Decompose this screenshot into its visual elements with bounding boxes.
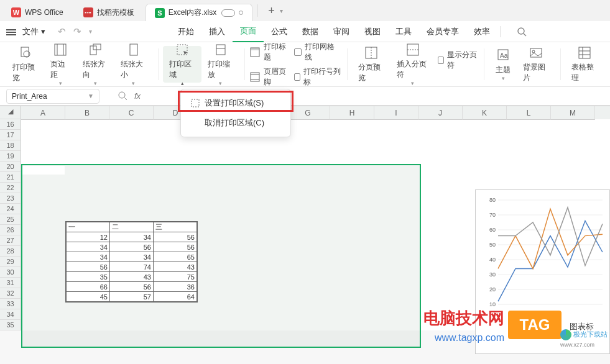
col-header[interactable]: J [418, 106, 463, 120]
row-header[interactable]: 21 [0, 172, 21, 183]
tab-formula[interactable]: 公式 [264, 21, 295, 42]
tab-page[interactable]: 页面 [233, 21, 264, 42]
template-icon: ᠁ [83, 7, 93, 17]
ribbon-sep5 [560, 48, 561, 80]
col-header[interactable]: A [21, 106, 65, 120]
file-tab[interactable]: S Excel内容.xlsx [146, 4, 252, 21]
set-print-area-label: 设置打印区域(S) [205, 98, 264, 109]
col-header[interactable]: B [65, 106, 109, 120]
tab-data[interactable]: 数据 [295, 21, 326, 42]
column-headers[interactable]: ABCDEFGHIJKLM [21, 106, 610, 119]
row-header[interactable]: 25 [0, 214, 21, 225]
show-break-checkbox[interactable]: 显示分页符 [438, 50, 479, 71]
tag-badge: TAG [508, 311, 561, 339]
tab-view[interactable]: 视图 [357, 21, 388, 42]
ribbon-sep [158, 48, 159, 80]
print-titles-button[interactable]: 打印标题 [250, 42, 287, 63]
window-dot-icon [239, 11, 243, 15]
data-table: 一二三1234563456563434655674433543756656364… [65, 221, 198, 303]
menu-tabs: 开始 插入 页面 公式 数据 审阅 视图 工具 会员专享 效率 [170, 21, 534, 42]
row-header[interactable]: 17 [0, 130, 21, 140]
col-header[interactable]: K [463, 106, 507, 120]
tab-start[interactable]: 开始 [170, 21, 201, 42]
file-label: 文件 [22, 26, 39, 37]
print-area-button[interactable]: 打印区域▴ [163, 46, 201, 83]
new-tab-button[interactable]: + [263, 4, 280, 17]
theme-button[interactable]: Aa 主题▾ [489, 46, 517, 83]
zoom-icon[interactable] [118, 91, 128, 101]
set-print-area-item[interactable]: 设置打印区域(S) [181, 93, 290, 113]
col-header[interactable]: M [551, 106, 595, 120]
row-header[interactable]: 19 [0, 151, 21, 162]
col-header[interactable]: C [109, 106, 154, 120]
search-button[interactable] [509, 21, 534, 42]
col-header[interactable]: G [286, 106, 330, 120]
row-headers[interactable]: ◢ 16171819202122232425262728293031323334… [0, 106, 21, 330]
row-header[interactable]: 35 [0, 320, 21, 330]
app-tab[interactable]: W WPS Office [2, 4, 72, 21]
col-header[interactable]: L [507, 106, 551, 120]
tab-member[interactable]: 会员专享 [419, 21, 466, 42]
paper-size-label: 纸张大小 [121, 59, 146, 80]
margins-button[interactable]: 页边距▾ [44, 46, 76, 83]
row-header[interactable]: 30 [0, 267, 21, 278]
rowcol-checkbox[interactable]: 打印行号列标 [294, 66, 342, 88]
row-header[interactable]: 32 [0, 288, 21, 299]
row-header[interactable]: 29 [0, 257, 21, 267]
insert-break-label: 插入分页符 [397, 59, 429, 80]
insert-break-button[interactable]: 插入分页符▾ [390, 46, 435, 83]
row-header[interactable]: 26 [0, 225, 21, 235]
row-header[interactable]: 34 [0, 309, 21, 320]
row-header[interactable]: 23 [0, 193, 21, 204]
paper-size-button[interactable]: 纸张大小▾ [114, 46, 152, 83]
print-preview-button[interactable]: 打印预览 [6, 46, 44, 83]
svg-text:50: 50 [489, 242, 496, 248]
redo-button[interactable]: ↷ [73, 26, 81, 37]
bg-image-button[interactable]: 背景图片 [517, 46, 555, 83]
tab-insert[interactable]: 插入 [201, 21, 233, 42]
history-dropdown-icon[interactable]: ▾ [89, 28, 92, 35]
row-header[interactable]: 31 [0, 278, 21, 288]
tab-review[interactable]: 审阅 [326, 21, 357, 42]
chevron-down-icon: ▾ [41, 27, 45, 36]
svg-text:Aa: Aa [500, 52, 508, 59]
col-header[interactable]: I [374, 106, 418, 120]
insert-break-icon [405, 43, 420, 57]
row-header[interactable]: 24 [0, 204, 21, 214]
row-header[interactable]: 27 [0, 235, 21, 246]
file-menu[interactable]: 文件 ▾ [22, 26, 45, 37]
row-header[interactable]: 16 [0, 119, 21, 130]
app-name: WPS Office [25, 8, 63, 17]
tab-efficiency[interactable]: 效率 [466, 21, 497, 42]
watermark-text: 电脑技术网 [423, 307, 504, 329]
fx-label[interactable]: fx [134, 91, 141, 101]
undo-button[interactable]: ↶ [58, 26, 66, 37]
template-tab[interactable]: ᠁ 找稻壳模板 [75, 4, 143, 21]
col-header[interactable]: H [330, 106, 374, 120]
window-pill-icon [221, 9, 235, 17]
file-tab-label: Excel内容.xlsx [169, 7, 216, 18]
table-tidy-button[interactable]: 表格整理 [565, 46, 603, 83]
tab-tools[interactable]: 工具 [388, 21, 419, 42]
margins-icon [53, 43, 68, 57]
row-header[interactable]: 20 [0, 162, 21, 172]
tab-dropdown-icon[interactable]: ▾ [280, 7, 283, 14]
row-header[interactable]: 22 [0, 183, 21, 193]
row-header[interactable]: 18 [0, 140, 21, 151]
hamburger-icon[interactable] [6, 28, 16, 35]
row-header[interactable]: 28 [0, 246, 21, 257]
select-all-corner[interactable]: ◢ [0, 106, 21, 119]
header-footer-button[interactable]: 页眉页脚 [250, 66, 287, 88]
orientation-button[interactable]: 纸张方向▾ [76, 46, 114, 83]
cancel-print-area-item[interactable]: 取消打印区域(C) [181, 113, 290, 133]
print-scale-button[interactable]: 打印缩放▾ [201, 46, 239, 83]
row-header[interactable]: 33 [0, 299, 21, 309]
svg-rect-12 [216, 45, 225, 55]
titles-icon [250, 47, 260, 57]
svg-text:30: 30 [489, 271, 496, 278]
svg-point-26 [532, 50, 535, 53]
name-box[interactable]: Print_Area ▼ [6, 89, 99, 104]
gridlines-checkbox[interactable]: 打印网格线 [294, 42, 342, 63]
watermark-url: www.tagxp.com [435, 332, 504, 344]
page-preview-button[interactable]: 分页预览 [352, 46, 390, 83]
